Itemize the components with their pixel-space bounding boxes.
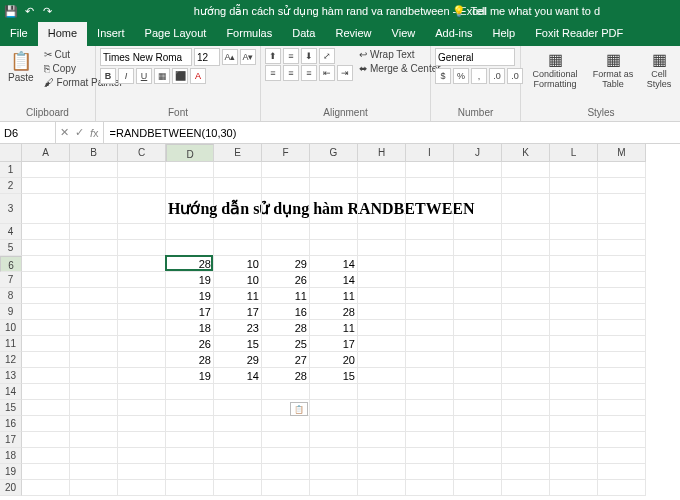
cell-E8[interactable]: 11 [214,288,262,304]
cell-B11[interactable] [70,336,118,352]
cell-K14[interactable] [502,384,550,400]
cell-L6[interactable] [550,256,598,272]
col-header-H[interactable]: H [358,144,406,162]
cell-B9[interactable] [70,304,118,320]
cell-L5[interactable] [550,240,598,256]
cell-L18[interactable] [550,448,598,464]
tab-review[interactable]: Review [325,22,381,46]
cell-E7[interactable]: 10 [214,272,262,288]
cell-G5[interactable] [310,240,358,256]
cell-J18[interactable] [454,448,502,464]
bold-button[interactable]: B [100,68,116,84]
cell-D4[interactable] [166,224,214,240]
cell-A16[interactable] [22,416,70,432]
cell-H13[interactable] [358,368,406,384]
col-header-L[interactable]: L [550,144,598,162]
cell-G18[interactable] [310,448,358,464]
cell-I10[interactable] [406,320,454,336]
cell-I12[interactable] [406,352,454,368]
cell-J16[interactable] [454,416,502,432]
col-header-F[interactable]: F [262,144,310,162]
cell-E16[interactable] [214,416,262,432]
cell-K20[interactable] [502,480,550,496]
cell-M4[interactable] [598,224,646,240]
save-icon[interactable]: 💾 [4,4,18,18]
row-header-14[interactable]: 14 [0,384,22,400]
cell-M9[interactable] [598,304,646,320]
cell-J1[interactable] [454,162,502,178]
decrease-font-icon[interactable]: A▾ [240,49,256,65]
cell-A18[interactable] [22,448,70,464]
paste-options-icon[interactable]: 📋 [290,402,308,416]
cell-M12[interactable] [598,352,646,368]
cell-L19[interactable] [550,464,598,480]
align-top-icon[interactable]: ⬆ [265,48,281,64]
row-header-16[interactable]: 16 [0,416,22,432]
cell-F10[interactable]: 28 [262,320,310,336]
underline-button[interactable]: U [136,68,152,84]
orientation-icon[interactable]: ⤢ [319,48,335,64]
indent-inc-icon[interactable]: ⇥ [337,65,353,81]
cell-M10[interactable] [598,320,646,336]
cell-H6[interactable] [358,256,406,272]
cell-K12[interactable] [502,352,550,368]
cell-H20[interactable] [358,480,406,496]
tab-data[interactable]: Data [282,22,325,46]
select-all-corner[interactable] [0,144,22,162]
cell-H18[interactable] [358,448,406,464]
font-color-button[interactable]: A [190,68,206,84]
cell-K1[interactable] [502,162,550,178]
cancel-icon[interactable]: ✕ [60,126,69,139]
cell-L16[interactable] [550,416,598,432]
cell-H12[interactable] [358,352,406,368]
cell-E13[interactable]: 14 [214,368,262,384]
row-header-12[interactable]: 12 [0,352,22,368]
cell-L14[interactable] [550,384,598,400]
cell-K19[interactable] [502,464,550,480]
cell-L3[interactable] [550,194,598,224]
cell-L20[interactable] [550,480,598,496]
cell-D20[interactable] [166,480,214,496]
cell-G11[interactable]: 17 [310,336,358,352]
cell-I18[interactable] [406,448,454,464]
cell-C7[interactable] [118,272,166,288]
cell-I9[interactable] [406,304,454,320]
cell-K4[interactable] [502,224,550,240]
cell-I17[interactable] [406,432,454,448]
cell-D9[interactable]: 17 [166,304,214,320]
cell-G12[interactable]: 20 [310,352,358,368]
cell-A15[interactable] [22,400,70,416]
cell-I7[interactable] [406,272,454,288]
cell-M15[interactable] [598,400,646,416]
align-middle-icon[interactable]: ≡ [283,48,299,64]
row-header-20[interactable]: 20 [0,480,22,496]
cell-C19[interactable] [118,464,166,480]
cell-E10[interactable]: 23 [214,320,262,336]
cell-K13[interactable] [502,368,550,384]
cell-K18[interactable] [502,448,550,464]
cell-F2[interactable] [262,178,310,194]
cell-G10[interactable]: 11 [310,320,358,336]
cell-I13[interactable] [406,368,454,384]
cell-M1[interactable] [598,162,646,178]
cell-J13[interactable] [454,368,502,384]
tab-page-layout[interactable]: Page Layout [135,22,217,46]
cell-B19[interactable] [70,464,118,480]
cell-L11[interactable] [550,336,598,352]
cell-A19[interactable] [22,464,70,480]
cell-E18[interactable] [214,448,262,464]
cell-G19[interactable] [310,464,358,480]
cell-C3[interactable] [118,194,166,224]
cell-K7[interactable] [502,272,550,288]
cell-H7[interactable] [358,272,406,288]
cell-E17[interactable] [214,432,262,448]
cell-M13[interactable] [598,368,646,384]
cell-J6[interactable] [454,256,502,272]
cell-B14[interactable] [70,384,118,400]
cell-A20[interactable] [22,480,70,496]
font-name-select[interactable] [100,48,192,66]
cell-B3[interactable] [70,194,118,224]
col-header-G[interactable]: G [310,144,358,162]
cell-C2[interactable] [118,178,166,194]
align-right-icon[interactable]: ≡ [301,65,317,81]
